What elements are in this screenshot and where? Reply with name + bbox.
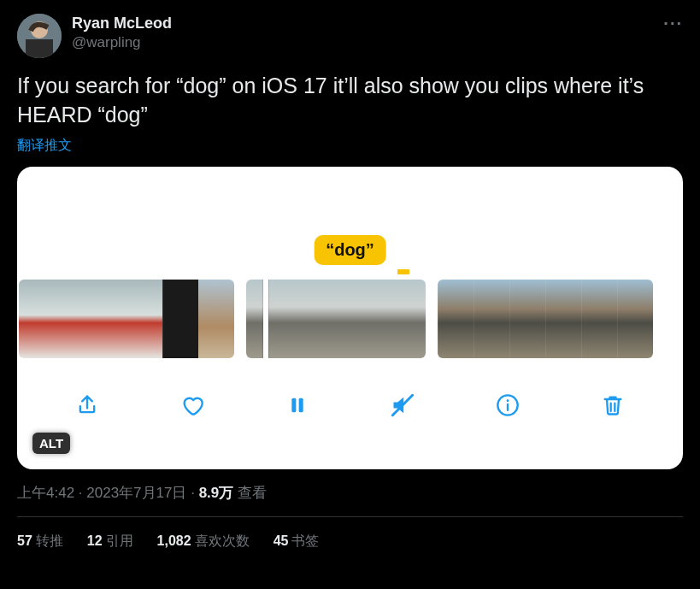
display-name[interactable]: Ryan McLeod [72,14,172,33]
search-tag: “dog” [314,235,386,265]
tweet-container: Ryan McLeod @warpling ··· If you search … [0,0,700,551]
video-scrubber[interactable] [17,280,683,358]
clip-thumbnail[interactable] [438,280,653,358]
tweet-header: Ryan McLeod @warpling ··· [17,14,683,58]
mute-button[interactable] [385,388,420,422]
alt-badge[interactable]: ALT [32,433,70,454]
media-toolbar [17,377,683,433]
svg-rect-2 [26,39,53,58]
clip-thumbnail[interactable] [19,280,234,358]
svg-rect-4 [299,398,303,412]
pause-button[interactable] [280,388,315,422]
tweet-date[interactable]: 2023年7月17日 [86,485,186,501]
handle[interactable]: @warpling [72,33,172,51]
views-label: 查看 [233,485,267,501]
translate-link[interactable]: 翻译推文 [17,137,72,155]
search-tag-marker [397,269,409,274]
svg-point-8 [507,399,509,402]
playhead[interactable] [263,280,268,358]
svg-rect-3 [291,398,296,412]
more-icon[interactable]: ··· [663,14,683,33]
tweet-meta: 上午4:42 · 2023年7月17日 · 8.9万 查看 [17,483,683,517]
author-names: Ryan McLeod @warpling [72,14,172,51]
views-count: 8.9万 [199,485,234,501]
avatar[interactable] [17,14,62,58]
quotes[interactable]: 12引用 [87,533,133,551]
share-button[interactable] [70,388,104,422]
media-card[interactable]: “dog” [17,167,683,469]
delete-button[interactable] [596,388,630,422]
likes[interactable]: 1,082喜欢次数 [157,533,250,551]
tweet-text: If you search for “dog” on iOS 17 it’ll … [17,72,683,130]
retweets[interactable]: 57转推 [17,533,63,551]
tweet-time[interactable]: 上午4:42 [17,485,74,501]
bookmarks[interactable]: 45书签 [274,533,320,551]
info-button[interactable] [491,388,525,422]
clip-thumbnail[interactable] [246,280,426,358]
like-button[interactable] [175,388,209,422]
engagement-bar: 57转推 12引用 1,082喜欢次数 45书签 [17,517,683,551]
